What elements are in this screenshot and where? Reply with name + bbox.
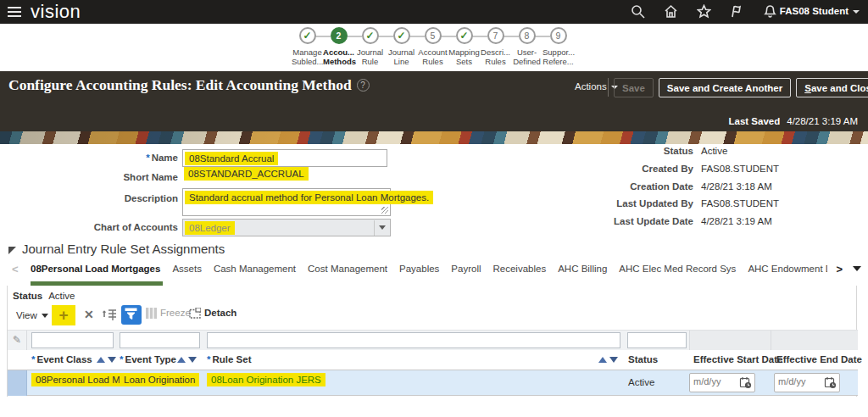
watchlist-flag-icon[interactable] — [730, 4, 744, 19]
sort-descending-icon[interactable] — [108, 357, 116, 363]
effective-start-date-input[interactable] — [693, 376, 734, 386]
freeze-icon — [146, 308, 157, 319]
brand-logo: vision — [31, 1, 81, 23]
sort-descending-icon[interactable] — [609, 357, 618, 363]
notifications-bell-icon[interactable] — [763, 4, 777, 19]
filter-event-class-input[interactable] — [31, 332, 114, 348]
column-header-event-type[interactable]: *Event Type — [120, 354, 176, 364]
description-textarea[interactable]: Standard accrual method for Personal Loa… — [182, 188, 391, 216]
column-header-rule-set[interactable]: *Rule Set — [207, 354, 252, 364]
tab-ahc-endowment-donations[interactable]: AHC Endowment Donations — [748, 264, 827, 286]
name-input[interactable]: 08Standard Accrual — [182, 149, 387, 167]
check-icon: ✓ — [303, 30, 311, 42]
global-header: vision FAS08 Student — [0, 0, 868, 24]
created-by-label: Created By — [566, 164, 693, 174]
train-step-manage-subledger[interactable]: ✓ ManageSubled... — [292, 27, 323, 66]
effective-start-date-field — [689, 373, 755, 392]
save-button[interactable]: Save — [614, 78, 654, 97]
column-header-event-class[interactable]: *Event Class — [31, 354, 92, 364]
tabs-scroll-right-icon[interactable]: > — [836, 263, 843, 275]
search-icon[interactable] — [631, 4, 645, 19]
date-picker-icon[interactable] — [739, 376, 752, 391]
table-toolbar: View + ✕ Freeze Detach — [8, 304, 856, 330]
chevron-down-icon — [42, 314, 48, 318]
short-name-value: 08STANDARD_ACCRUAL — [184, 169, 309, 179]
user-menu[interactable]: FAS08 Student — [780, 6, 860, 16]
view-menu[interactable]: View — [16, 310, 48, 320]
tab-08personal-load-mortgages[interactable]: 08Personal Load Mortgages — [31, 264, 160, 286]
save-and-create-another-button[interactable]: Save and Create Another — [659, 78, 791, 97]
check-icon: ✓ — [459, 30, 468, 42]
toolbar-divider — [608, 78, 609, 97]
tab-payroll[interactable]: Payroll — [451, 264, 481, 286]
train-step-mapping-sets[interactable]: ✓ MappingSets — [448, 27, 480, 66]
actions-menu[interactable]: Actions — [575, 81, 618, 92]
train-step-accounting-methods[interactable]: 2 Accou...Methods — [323, 27, 354, 66]
date-picker-icon[interactable] — [824, 376, 837, 391]
navigation-menu-icon[interactable] — [8, 7, 21, 17]
chart-of-accounts-label: Chart of Accounts — [8, 222, 178, 232]
detach-icon — [189, 308, 201, 319]
status-value: Active — [701, 146, 727, 156]
disclosure-expanded-icon — [8, 247, 16, 254]
add-row-button[interactable]: + — [52, 305, 75, 325]
edit-pencil-icon: ✎ — [8, 331, 27, 351]
row-selector[interactable] — [8, 370, 27, 396]
ledger-tabs: < 08Personal Load Mortgages Assets Cash … — [0, 257, 868, 286]
help-icon[interactable]: ? — [357, 79, 370, 92]
filter-event-type-input[interactable] — [120, 332, 200, 348]
tab-cash-management[interactable]: Cash Management — [214, 264, 296, 286]
go-to-top-icon[interactable] — [103, 307, 118, 324]
train-step-user-defined[interactable]: 8 User-Defined — [511, 27, 542, 66]
tab-assets[interactable]: Assets — [172, 264, 202, 286]
last-updated-by-label: Last Updated By — [566, 198, 693, 208]
column-header-status[interactable]: Status — [628, 354, 658, 364]
sort-ascending-icon[interactable] — [177, 357, 186, 363]
tab-receivables[interactable]: Receivables — [493, 264, 547, 286]
table-row[interactable]: 08Personal Load Mor... Loan Origination … — [8, 370, 858, 396]
tab-payables[interactable]: Payables — [399, 264, 439, 286]
filter-status-input[interactable] — [627, 332, 687, 348]
effective-end-date-input[interactable] — [778, 376, 819, 386]
train-step-account-rules[interactable]: 5 AccountRules — [417, 27, 448, 66]
filter-rule-set-input[interactable] — [207, 332, 620, 348]
last-updated-by-value: FAS08.STUDENT — [701, 198, 779, 208]
resize-handle-icon[interactable] — [381, 207, 388, 214]
sort-descending-icon[interactable] — [188, 357, 197, 363]
tabs-overflow-menu-icon[interactable] — [853, 266, 861, 271]
chart-of-accounts-select[interactable]: 08Ledger — [182, 219, 391, 236]
detach-control[interactable]: Detach — [189, 308, 236, 319]
home-icon[interactable] — [664, 4, 678, 19]
train-step-journal-line[interactable]: ✓ JournalLine — [386, 27, 417, 66]
section-header[interactable]: Journal Entry Rule Set Assignments — [8, 242, 225, 256]
tab-cost-management[interactable]: Cost Management — [308, 264, 387, 286]
tabs-scroll-left-icon[interactable]: < — [12, 263, 19, 275]
train-step-journal-rule[interactable]: ✓ JournalRule — [354, 27, 386, 66]
freeze-control: Freeze — [146, 308, 191, 319]
table-header-row: *Event Class *Event Type *Rule Set Statu… — [8, 350, 858, 370]
user-name: FAS08 Student — [780, 6, 849, 16]
last-update-date-value: 4/28/21 3:19 AM — [701, 216, 772, 226]
progress-train: ✓ ManageSubled... 2 Accou...Methods ✓ Jo… — [0, 24, 868, 71]
train-step-description-rules[interactable]: 7 Descri...Rules — [480, 27, 511, 66]
delete-row-icon[interactable]: ✕ — [84, 308, 94, 321]
cell-rule-set[interactable]: 08Loan Origination JERS — [207, 375, 326, 385]
creation-date-value: 4/28/21 3:18 AM — [701, 181, 772, 192]
chevron-down-icon — [853, 10, 860, 14]
column-header-effective-end-date[interactable]: Effective End Date — [776, 354, 862, 364]
sort-ascending-icon[interactable] — [598, 357, 607, 363]
check-icon: ✓ — [365, 30, 374, 42]
last-update-date-label: Last Update Date — [566, 216, 693, 226]
application-window: vision FAS08 Student ✓ ManageSubled... 2 — [0, 0, 868, 417]
sort-ascending-icon[interactable] — [97, 357, 105, 363]
tab-ahc-elec-med-record-sys[interactable]: AHC Elec Med Record Sys — [619, 264, 736, 286]
query-by-example-row: ✎ — [8, 330, 858, 350]
train-step-supporting-references[interactable]: 9 Suppor...Refere... — [542, 27, 574, 66]
query-by-example-button[interactable] — [121, 305, 142, 325]
last-saved: Last Saved4/28/21 3:19 AM — [729, 116, 859, 126]
column-header-effective-start-date[interactable]: Effective Start Date — [693, 354, 782, 364]
save-and-close-button[interactable]: Save and Close — [796, 78, 868, 97]
favorites-star-icon[interactable] — [697, 4, 711, 19]
name-label: *Name — [8, 153, 178, 163]
tab-ahc-billing[interactable]: AHC Billing — [558, 264, 607, 286]
